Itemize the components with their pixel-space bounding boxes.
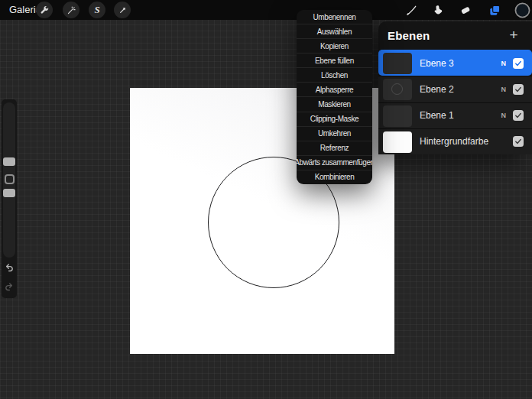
- top-toolbar: Galerie S: [0, 0, 532, 20]
- menu-item[interactable]: Löschen: [297, 67, 372, 82]
- layers-icon: [488, 4, 501, 17]
- brush-button[interactable]: [403, 2, 420, 18]
- layer-thumbnail: [383, 53, 412, 74]
- layer-thumbnail: [383, 105, 412, 127]
- tool-sidebar: [2, 99, 17, 298]
- layer-row[interactable]: Ebene 3 N: [378, 50, 532, 76]
- menu-item[interactable]: Referenz: [297, 141, 372, 155]
- menu-item[interactable]: Umbenennen: [297, 10, 372, 24]
- layer-list: Ebene 3 N Ebene 2 N Ebene 1 N Hintergrun…: [378, 50, 532, 154]
- adjustments-wand-icon: [66, 5, 76, 15]
- layers-panel-title: Ebenen: [388, 29, 430, 42]
- add-layer-button[interactable]: +: [506, 28, 521, 43]
- redo-icon[interactable]: [4, 281, 15, 292]
- app-stage: Ebenen + Ebene 3 N Ebene 2 N Ebene 1 N: [0, 0, 532, 399]
- layer-name: Ebene 2: [420, 84, 454, 95]
- brush-icon: [405, 4, 418, 17]
- menu-item[interactable]: Kopieren: [297, 38, 372, 53]
- layer-visibility-checkbox[interactable]: [513, 110, 524, 121]
- layer-row[interactable]: Hintergrundfarbe: [378, 128, 532, 154]
- layer-thumbnail: [383, 79, 412, 100]
- layers-button[interactable]: [486, 2, 503, 18]
- transform-arrow-icon: [118, 5, 128, 15]
- layer-row[interactable]: Ebene 2 N: [378, 76, 532, 102]
- selection-icon: S: [94, 5, 99, 15]
- layer-name: Ebene 1: [420, 110, 454, 121]
- selection-button[interactable]: S: [89, 2, 105, 18]
- brush-size-slider[interactable]: [3, 157, 15, 166]
- wrench-icon: [40, 5, 50, 15]
- actions-button[interactable]: [36, 2, 53, 18]
- layers-panel-header: Ebenen +: [378, 21, 532, 50]
- opacity-slider[interactable]: [3, 189, 15, 197]
- menu-item[interactable]: Ebene füllen: [297, 53, 372, 67]
- modify-button[interactable]: [5, 174, 15, 184]
- menu-item[interactable]: Umkehren: [297, 126, 372, 141]
- eraser-icon: [459, 4, 472, 16]
- color-swatch-icon: [514, 2, 530, 18]
- menu-item[interactable]: Kombinieren: [297, 170, 372, 184]
- layer-visibility-checkbox[interactable]: [513, 84, 524, 95]
- smudge-icon: [432, 4, 444, 16]
- transform-button[interactable]: [114, 2, 131, 18]
- blend-mode-badge[interactable]: N: [501, 112, 507, 119]
- layer-context-menu: UmbenennenAuswählenKopierenEbene füllenL…: [297, 10, 372, 184]
- layer-name: Hintergrundfarbe: [420, 136, 488, 147]
- color-button[interactable]: [514, 2, 530, 18]
- menu-item[interactable]: Alphasperre: [297, 82, 372, 96]
- blend-mode-badge[interactable]: N: [501, 60, 507, 67]
- smudge-button[interactable]: [430, 2, 446, 18]
- eraser-button[interactable]: [457, 2, 474, 18]
- layer-visibility-checkbox[interactable]: [513, 136, 524, 147]
- layer-thumbnail: [383, 131, 412, 153]
- menu-item[interactable]: Auswählen: [297, 24, 372, 38]
- layer-row[interactable]: Ebene 1 N: [378, 102, 532, 128]
- undo-icon[interactable]: [4, 262, 15, 273]
- layer-visibility-checkbox[interactable]: [513, 58, 524, 69]
- menu-item[interactable]: Clipping-Maske: [297, 112, 372, 126]
- layers-panel: Ebenen + Ebene 3 N Ebene 2 N Ebene 1 N: [378, 21, 532, 154]
- adjustments-button[interactable]: [63, 2, 79, 18]
- menu-item[interactable]: Maskieren: [297, 96, 372, 111]
- menu-item[interactable]: Abwärts zusammenfügen: [297, 155, 372, 170]
- layer-name: Ebene 3: [420, 58, 454, 69]
- blend-mode-badge[interactable]: N: [501, 86, 507, 93]
